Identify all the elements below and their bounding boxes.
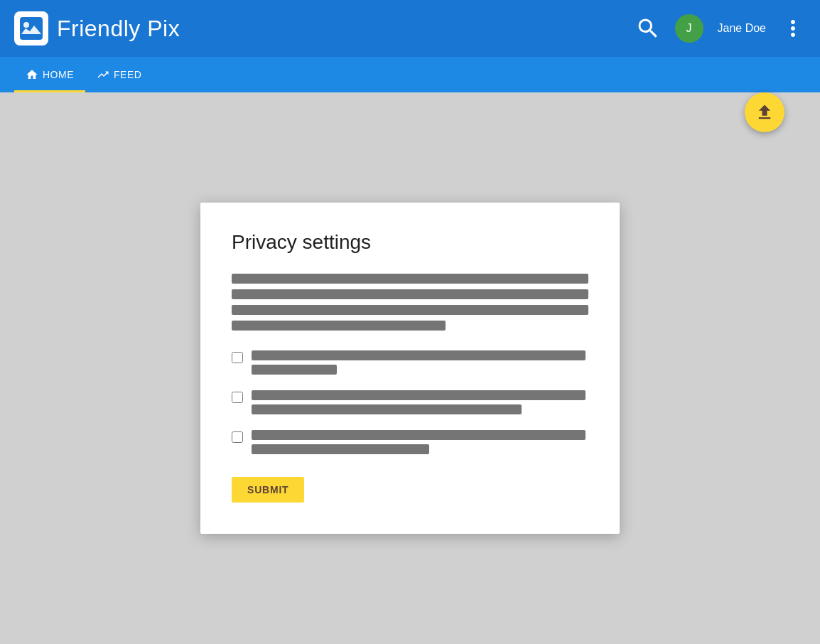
submit-button[interactable]: SUBMIT [232,477,304,503]
cb3-line2 [252,444,429,454]
app-logo-icon [14,11,48,45]
cb2-line2 [252,404,522,414]
modal-title: Privacy settings [232,231,588,254]
upload-icon [755,102,775,122]
checkbox-group-3 [232,430,588,454]
secondary-nav-bar: HOME FEED [0,57,820,92]
cb1-line1 [252,350,586,360]
checkbox-3[interactable] [232,431,243,443]
svg-point-1 [23,22,29,28]
avatar: J [675,14,703,43]
user-name: Jane Doe [718,22,767,35]
app-title: Friendly Pix [57,16,180,42]
desc-bar-4 [232,321,446,331]
checkbox-2[interactable] [232,392,243,403]
checkbox-2-text [252,390,586,414]
checkbox-row-1 [232,350,588,375]
checkbox-row-3 [232,430,588,454]
svg-rect-0 [20,17,43,40]
tab-home-label: HOME [43,69,74,80]
tab-feed[interactable]: FEED [85,57,153,92]
top-nav-bar: Friendly Pix J Jane Doe [0,0,820,57]
cb3-line1 [252,430,586,440]
tab-feed-label: FEED [114,69,141,80]
upload-fab-button[interactable] [745,92,784,132]
feed-icon [97,68,109,81]
checkbox-row-2 [232,390,588,414]
desc-bar-2 [232,289,588,299]
main-content: Privacy settings [0,92,820,644]
desc-bar-3 [232,305,588,315]
logo-area: Friendly Pix [14,11,180,45]
checkbox-1[interactable] [232,352,243,363]
tab-home[interactable]: HOME [14,57,85,92]
privacy-settings-modal: Privacy settings [200,203,620,534]
nav-right-controls: J Jane Doe [635,14,806,43]
cb1-line2 [252,365,337,375]
desc-bar-1 [232,274,588,284]
home-icon [26,68,38,81]
checkbox-group-2 [232,390,588,414]
checkbox-1-text [252,350,586,375]
search-button[interactable] [635,16,661,41]
checkbox-3-text [252,430,586,454]
avatar-initial: J [686,22,692,35]
checkbox-group-1 [232,350,588,375]
description-text [232,274,588,331]
cb2-line1 [252,390,586,400]
more-options-button[interactable] [780,16,806,41]
